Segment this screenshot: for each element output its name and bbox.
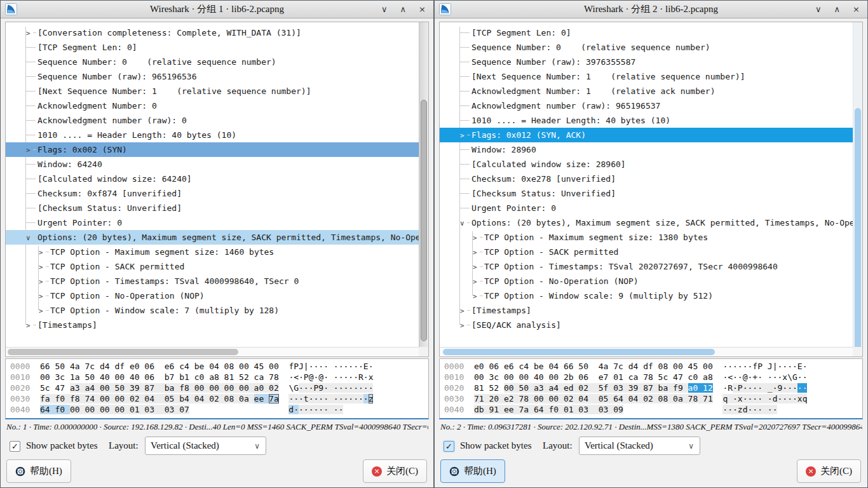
tree-row[interactable]: >TCP Option - Maximum segment size: 1380… bbox=[440, 230, 853, 245]
tree-row[interactable]: >TCP Option - SACK permitted bbox=[440, 245, 853, 259]
tree-row[interactable]: Checksum: 0xe278 [unverified] bbox=[440, 172, 853, 186]
horizontal-scrollbar[interactable] bbox=[6, 347, 419, 356]
collapsed-arrow-icon[interactable]: > bbox=[460, 131, 465, 139]
tree-row[interactable]: Acknowledgment Number: 0 bbox=[6, 98, 419, 113]
tree-row[interactable]: Sequence Number (raw): 965196536 bbox=[6, 69, 419, 84]
hex-row[interactable]: 0040 db 91 ee 7a 64 f0 01 03 03 09 ···zd… bbox=[444, 404, 862, 415]
collapsed-arrow-icon[interactable]: > bbox=[39, 262, 43, 271]
tree-row[interactable]: ∨Options: (20 bytes), Maximum segment si… bbox=[6, 230, 419, 245]
maximize-icon[interactable]: ∧ bbox=[400, 4, 407, 14]
collapsed-arrow-icon[interactable]: > bbox=[473, 277, 477, 285]
vertical-scrollbar-thumb[interactable] bbox=[855, 108, 861, 349]
hex-row[interactable]: 0010 00 3c 00 00 40 00 2b 06 e7 01 ca 78… bbox=[444, 372, 862, 383]
tree-row[interactable]: >TCP Option - SACK permitted bbox=[6, 259, 419, 274]
vertical-scrollbar[interactable] bbox=[419, 22, 428, 347]
tree-row[interactable]: Sequence Number (raw): 3976355587 bbox=[440, 55, 853, 69]
tree-row[interactable]: Sequence Number: 0 (relative sequence nu… bbox=[6, 55, 419, 69]
tree-row[interactable]: >[SEQ/ACK analysis] bbox=[440, 318, 853, 332]
hex-row[interactable]: 0000 66 50 4a 7c d4 df e0 06 e6 c4 be 04… bbox=[10, 361, 428, 372]
tree-row-label: Window: 64240 bbox=[37, 159, 102, 169]
collapsed-arrow-icon[interactable]: > bbox=[460, 321, 465, 329]
tree-row[interactable]: Checksum: 0xf874 [unverified] bbox=[6, 186, 419, 201]
hex-row[interactable]: 0030 fa f0 f8 74 00 00 02 04 05 b4 04 02… bbox=[10, 393, 428, 404]
tree-row[interactable]: Window: 64240 bbox=[6, 157, 419, 172]
tree-row[interactable]: Acknowledgment number (raw): 0 bbox=[6, 113, 419, 128]
collapsed-arrow-icon[interactable]: > bbox=[473, 248, 477, 256]
collapsed-arrow-icon[interactable]: > bbox=[39, 248, 43, 256]
tree-row[interactable]: ∨Options: (20 bytes), Maximum segment si… bbox=[440, 215, 853, 230]
tree-row[interactable]: >TCP Option - Window scale: 7 (multiply … bbox=[6, 303, 419, 318]
tree-row[interactable]: >TCP Option - No-Operation (NOP) bbox=[6, 288, 419, 303]
tree-row[interactable]: Window: 28960 bbox=[440, 142, 853, 157]
tree-row[interactable]: Sequence Number: 0 (relative sequence nu… bbox=[440, 40, 853, 55]
tree-row[interactable]: Acknowledgment Number: 1 (relative ack n… bbox=[440, 84, 853, 98]
tree-row[interactable]: [Calculated window size: 64240] bbox=[6, 172, 419, 186]
close-button[interactable]: × 关闭(C) bbox=[797, 459, 861, 483]
tree-row[interactable]: >TCP Option - Maximum segment size: 1460… bbox=[6, 245, 419, 259]
tree-row-label: TCP Option - Window scale: 9 (multiply b… bbox=[484, 291, 713, 301]
titlebar[interactable]: Wireshark · 分组 2 · lib6-2.pcapng ∨ ∧ × bbox=[435, 1, 867, 18]
help-button[interactable]: 帮助(H) bbox=[440, 459, 505, 483]
collapsed-arrow-icon[interactable]: > bbox=[473, 262, 477, 271]
tree-row[interactable]: [Next Sequence Number: 1 (relative seque… bbox=[6, 84, 419, 98]
packet-detail-tree[interactable]: [TCP Segment Len: 0]Sequence Number: 0 (… bbox=[440, 22, 853, 347]
vertical-scrollbar[interactable] bbox=[853, 22, 862, 347]
maximize-icon[interactable]: ∧ bbox=[834, 4, 841, 14]
tree-row[interactable]: 1010 .... = Header Length: 40 bytes (10) bbox=[6, 128, 419, 142]
collapsed-arrow-icon[interactable]: > bbox=[26, 29, 31, 37]
collapsed-arrow-icon[interactable]: > bbox=[39, 292, 43, 300]
hex-row[interactable]: 0020 5c 47 a3 a4 00 50 39 87 ba f8 00 00… bbox=[10, 383, 428, 393]
packet-bytes-pane[interactable]: 0000 e0 06 e6 c4 be 04 66 50 4a 7c d4 df… bbox=[439, 358, 863, 419]
tree-row[interactable]: >Flags: 0x012 (SYN, ACK) bbox=[440, 128, 853, 142]
help-button[interactable]: 帮助(H) bbox=[6, 459, 71, 483]
tree-row[interactable]: [Checksum Status: Unverified] bbox=[440, 186, 853, 201]
collapsed-arrow-icon[interactable]: > bbox=[473, 292, 477, 300]
close-window-icon[interactable]: × bbox=[853, 4, 860, 14]
show-packet-bytes-checkbox[interactable]: ✓ bbox=[444, 441, 454, 452]
close-window-icon[interactable]: × bbox=[419, 4, 426, 14]
close-button[interactable]: × 关闭(C) bbox=[363, 459, 427, 483]
hex-row[interactable]: 0000 e0 06 e6 c4 be 04 66 50 4a 7c d4 df… bbox=[444, 361, 862, 372]
tree-row[interactable]: 1010 .... = Header Length: 40 bytes (10) bbox=[440, 113, 853, 128]
layout-select[interactable]: Vertical (Stacked) ∨ bbox=[145, 437, 266, 455]
tree-row[interactable]: >TCP Option - No-Operation (NOP) bbox=[440, 274, 853, 288]
tree-row[interactable]: [TCP Segment Len: 0] bbox=[440, 25, 853, 40]
tree-row[interactable]: Acknowledgment number (raw): 965196537 bbox=[440, 98, 853, 113]
tree-row[interactable]: Urgent Pointer: 0 bbox=[6, 215, 419, 230]
tree-row[interactable]: >[Timestamps] bbox=[6, 318, 419, 332]
tree-row[interactable]: Urgent Pointer: 0 bbox=[440, 201, 853, 215]
collapsed-arrow-icon[interactable]: > bbox=[26, 321, 31, 329]
packet-bytes-pane[interactable]: 0000 66 50 4a 7c d4 df e0 06 e6 c4 be 04… bbox=[5, 358, 429, 419]
hex-row[interactable]: 0010 00 3c 1a 50 40 00 40 06 b7 b1 c0 a8… bbox=[10, 372, 428, 383]
collapsed-arrow-icon[interactable]: > bbox=[39, 306, 43, 315]
hex-row[interactable]: 0040 64 f0 00 00 00 00 01 03 03 07 d····… bbox=[10, 404, 428, 415]
hex-row[interactable]: 0030 71 20 e2 78 00 00 02 04 05 64 04 02… bbox=[444, 393, 862, 404]
tree-row[interactable]: >[Timestamps] bbox=[440, 303, 853, 318]
packet-detail-tree[interactable]: >[Conversation completeness: Complete, W… bbox=[6, 22, 419, 347]
tree-row[interactable]: >Flags: 0x002 (SYN) bbox=[6, 142, 419, 157]
collapsed-arrow-icon[interactable]: > bbox=[26, 146, 31, 154]
tree-row[interactable]: >TCP Option - Timestamps: TSval 40009986… bbox=[6, 274, 419, 288]
hex-row[interactable]: 0020 81 52 00 50 a3 a4 ed 02 5f 03 39 87… bbox=[444, 383, 862, 393]
tree-row[interactable]: [Next Sequence Number: 1 (relative seque… bbox=[440, 69, 853, 84]
minimize-icon[interactable]: ∨ bbox=[815, 4, 822, 14]
tree-row[interactable]: >TCP Option - Window scale: 9 (multiply … bbox=[440, 288, 853, 303]
collapsed-arrow-icon[interactable]: > bbox=[39, 277, 43, 285]
tree-row[interactable]: [Calculated window size: 28960] bbox=[440, 157, 853, 172]
titlebar[interactable]: Wireshark · 分组 1 · lib6-2.pcapng ∨ ∧ × bbox=[1, 1, 433, 18]
layout-select[interactable]: Vertical (Stacked) ∨ bbox=[579, 437, 700, 455]
tree-row[interactable]: [TCP Segment Len: 0] bbox=[6, 40, 419, 55]
collapsed-arrow-icon[interactable]: > bbox=[473, 233, 477, 241]
expanded-arrow-icon[interactable]: ∨ bbox=[460, 219, 465, 227]
vertical-scrollbar-thumb[interactable] bbox=[421, 100, 427, 341]
tree-row[interactable]: >TCP Option - Timestamps: TSval 20207276… bbox=[440, 259, 853, 274]
tree-row[interactable]: >[Conversation completeness: Complete, W… bbox=[6, 25, 419, 40]
collapsed-arrow-icon[interactable]: > bbox=[460, 306, 465, 315]
minimize-icon[interactable]: ∨ bbox=[381, 4, 388, 14]
horizontal-scrollbar[interactable] bbox=[440, 347, 853, 356]
tree-row[interactable]: [Checksum Status: Unverified] bbox=[6, 201, 419, 215]
horizontal-scrollbar-thumb[interactable] bbox=[8, 349, 238, 355]
expanded-arrow-icon[interactable]: ∨ bbox=[26, 233, 31, 241]
show-packet-bytes-checkbox[interactable]: ✓ bbox=[10, 441, 20, 452]
horizontal-scrollbar-thumb[interactable] bbox=[443, 349, 715, 355]
